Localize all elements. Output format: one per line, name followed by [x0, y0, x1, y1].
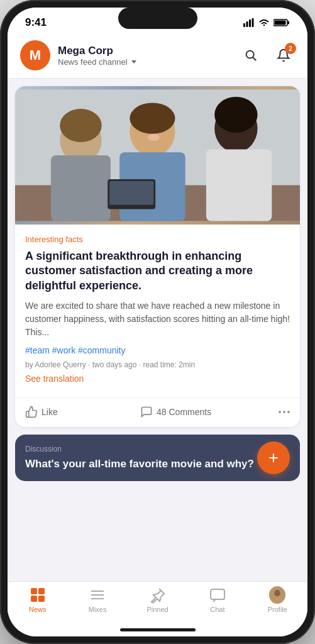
- company-name: Mega Corp: [58, 45, 136, 57]
- chat-icon: [209, 587, 226, 603]
- svg-rect-17: [206, 150, 272, 221]
- bottom-nav: News Mixes: [8, 581, 307, 626]
- header-text-block: Mega Corp News feed channel: [58, 45, 136, 67]
- battery-icon: [274, 18, 290, 27]
- nav-item-chat[interactable]: Chat: [187, 587, 247, 613]
- svg-point-18: [60, 109, 101, 142]
- nav-label-chat: Chat: [210, 606, 224, 613]
- svg-rect-13: [51, 155, 111, 221]
- nav-label-mixes: Mixes: [89, 606, 107, 613]
- pinned-icon: [150, 587, 166, 603]
- nav-item-pinned[interactable]: Pinned: [128, 587, 187, 613]
- search-icon: [244, 48, 258, 62]
- svg-point-33: [275, 590, 280, 596]
- home-bar: [120, 628, 196, 631]
- post-image: [15, 86, 300, 225]
- svg-rect-1: [246, 21, 248, 27]
- nav-item-mixes[interactable]: Mixes: [67, 587, 127, 613]
- like-button[interactable]: Like: [25, 406, 140, 418]
- content-area: Interesting facts A significant breakthr…: [8, 79, 307, 581]
- comment-icon: [140, 406, 153, 418]
- svg-rect-22: [109, 181, 153, 205]
- nav-label-profile: Profile: [268, 606, 287, 613]
- post-category: Interesting facts: [25, 235, 290, 244]
- nav-item-news[interactable]: News: [8, 587, 67, 613]
- svg-line-8: [253, 57, 256, 60]
- post-meta: by Adorlee Querry · two days ago · read …: [25, 360, 290, 369]
- notification-badge: 2: [285, 43, 296, 54]
- fab-button[interactable]: +: [257, 441, 290, 474]
- header-right: 2: [240, 44, 295, 67]
- post-excerpt: We are excited to share that we have rea…: [25, 299, 290, 339]
- like-label: Like: [41, 407, 58, 417]
- post-actions: Like 48 Comments: [15, 397, 300, 427]
- svg-rect-27: [38, 596, 45, 602]
- post-body: Interesting facts A significant breakthr…: [15, 225, 300, 392]
- status-icons: [243, 18, 290, 27]
- company-logo: M: [20, 40, 50, 70]
- svg-rect-26: [31, 596, 37, 602]
- svg-rect-2: [249, 19, 251, 27]
- svg-point-7: [246, 51, 254, 58]
- signal-icon: [243, 18, 255, 27]
- svg-rect-5: [288, 21, 290, 25]
- search-button[interactable]: [240, 44, 262, 67]
- notch: [118, 8, 197, 29]
- discussion-title: What's your all-time favorite movie and …: [25, 457, 290, 471]
- app-header: M Mega Corp News feed channel: [8, 34, 307, 79]
- news-icon: [30, 587, 46, 603]
- like-icon: [25, 406, 38, 418]
- svg-rect-25: [38, 588, 45, 594]
- phone-screen: 9:41: [8, 8, 307, 636]
- svg-point-23: [148, 134, 160, 141]
- nav-item-profile[interactable]: Profile: [248, 587, 307, 613]
- discussion-card[interactable]: Discussion What's your all-time favorite…: [15, 435, 300, 481]
- post-card: Interesting facts A significant breakthr…: [15, 86, 300, 427]
- post-title: A significant breakthrough in enhancing …: [25, 249, 290, 293]
- see-translation-button[interactable]: See translation: [25, 374, 84, 384]
- post-tags[interactable]: #team #work #community: [25, 345, 290, 355]
- comments-label: 48 Comments: [157, 407, 211, 417]
- phone-frame: 9:41: [0, 0, 315, 644]
- svg-rect-31: [211, 589, 224, 599]
- header-left: M Mega Corp News feed channel: [20, 40, 136, 70]
- chevron-down-icon: [131, 60, 136, 64]
- svg-point-19: [130, 103, 175, 133]
- more-options-button[interactable]: [255, 411, 290, 413]
- nav-label-news: News: [29, 606, 47, 613]
- discussion-label: Discussion: [25, 445, 290, 453]
- nav-label-pinned: Pinned: [146, 606, 168, 613]
- svg-rect-24: [31, 588, 37, 594]
- mixes-icon: [89, 587, 106, 603]
- svg-rect-3: [252, 18, 254, 27]
- home-indicator: [8, 626, 307, 636]
- more-dots-icon: [279, 411, 290, 413]
- wifi-icon: [258, 18, 270, 27]
- svg-rect-6: [275, 21, 286, 25]
- status-time: 9:41: [25, 16, 47, 29]
- channel-name[interactable]: News feed channel: [58, 57, 136, 67]
- svg-rect-0: [243, 23, 245, 27]
- notifications-button[interactable]: 2: [272, 44, 295, 67]
- post-image-svg: [15, 86, 300, 225]
- comments-button[interactable]: 48 Comments: [140, 406, 255, 418]
- svg-point-20: [214, 97, 257, 133]
- profile-icon: [269, 587, 285, 603]
